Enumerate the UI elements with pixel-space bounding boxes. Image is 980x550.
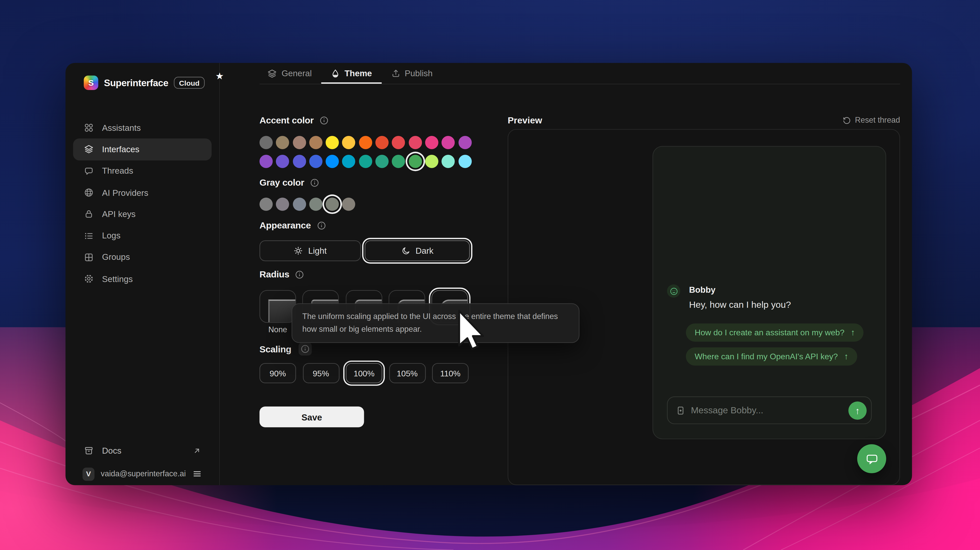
sidebar-item-label: Interfaces: [102, 144, 139, 154]
radius-option-1[interactable]: [259, 290, 296, 323]
accent-swatch-pink[interactable]: [442, 136, 455, 149]
accent-swatch-tomato[interactable]: [375, 136, 389, 149]
archive-icon: [84, 445, 94, 455]
chat-bubble-icon: [865, 452, 878, 465]
upload-icon: [391, 68, 400, 78]
scaling-option-100[interactable]: 100%: [346, 363, 382, 383]
assistant-name: Bobby: [689, 285, 716, 295]
layers-icon: [84, 144, 94, 154]
lock-icon: [84, 209, 94, 219]
tab-label: Publish: [405, 68, 433, 78]
sidebar-item-docs[interactable]: Docs: [73, 440, 212, 461]
suggestion-text: Where can I find my OpenAI's API key?: [695, 351, 838, 361]
attach-file-icon[interactable]: [676, 406, 685, 415]
sidebar-item-logs[interactable]: Logs: [73, 225, 212, 247]
sidebar-item-threads[interactable]: Threads: [73, 160, 212, 182]
sidebar: S Superinterface Cloud ★ AssistantsInter…: [65, 63, 220, 485]
accent-color-label: Accent color: [259, 115, 329, 125]
save-button[interactable]: Save: [259, 406, 364, 427]
message-input-box: ↑: [667, 396, 872, 424]
chat-launcher-button[interactable]: [857, 444, 886, 473]
brand-name: Superinterface: [104, 78, 168, 88]
accent-swatch-amber[interactable]: [342, 136, 355, 149]
menu-icon[interactable]: [192, 469, 202, 479]
moon-icon: [401, 246, 410, 255]
gray-swatch-sage[interactable]: [309, 198, 322, 211]
sidebar-item-interfaces[interactable]: Interfaces: [73, 139, 212, 160]
screen: S Superinterface Cloud ★ AssistantsInter…: [0, 0, 980, 550]
accent-swatch-gray[interactable]: [259, 136, 273, 149]
scaling-option-105[interactable]: 105%: [389, 363, 425, 383]
account-row[interactable]: V vaida@superinterface.ai: [73, 463, 212, 485]
accent-swatch-red[interactable]: [392, 136, 405, 149]
arrow-up-icon: ↑: [844, 351, 848, 361]
sun-icon: [294, 246, 303, 255]
gray-swatch-slate[interactable]: [293, 198, 306, 211]
gear-icon: [84, 274, 94, 284]
appearance-light-button[interactable]: Light: [259, 241, 361, 261]
accent-swatch-iris[interactable]: [293, 155, 306, 168]
accent-swatch-violet[interactable]: [276, 155, 290, 168]
send-button[interactable]: ↑: [848, 401, 867, 420]
sidebar-item-groups[interactable]: Groups: [73, 247, 212, 268]
gray-swatch-olive[interactable]: [326, 198, 339, 211]
logs-icon: [84, 231, 94, 241]
accent-swatch-ruby[interactable]: [409, 136, 422, 149]
tab-publish[interactable]: Publish: [381, 63, 442, 84]
accent-swatch-green[interactable]: [392, 155, 405, 168]
message-input[interactable]: [685, 405, 848, 415]
appearance-option-label: Dark: [415, 246, 433, 255]
info-icon[interactable]: [310, 178, 319, 187]
suggestion-pill-1[interactable]: How do I create an assistant on my web?↑: [686, 323, 864, 342]
accent-swatch-cyan[interactable]: [342, 155, 355, 168]
accent-swatch-lime[interactable]: [425, 155, 438, 168]
reset-thread-button[interactable]: Reset thread: [758, 116, 900, 125]
tab-general[interactable]: General: [258, 63, 321, 84]
accent-swatch-bronze[interactable]: [293, 136, 306, 149]
gray-color-label: Gray color: [259, 178, 320, 187]
info-icon[interactable]: [298, 342, 312, 356]
scaling-option-95[interactable]: 95%: [303, 363, 339, 383]
accent-swatch-orange[interactable]: [359, 136, 372, 149]
suggestion-pill-2[interactable]: Where can I find my OpenAI's API key?↑: [686, 347, 857, 365]
info-icon[interactable]: [295, 269, 304, 279]
grid-icon: [84, 252, 94, 262]
sidebar-item-api-keys[interactable]: API keys: [73, 203, 212, 225]
tab-theme[interactable]: Theme: [321, 63, 382, 84]
sidebar-item-ai-providers[interactable]: AI Providers: [73, 182, 212, 203]
accent-swatch-indigo[interactable]: [309, 155, 322, 168]
gray-swatch-gray[interactable]: [259, 198, 273, 211]
accent-swatch-plum[interactable]: [458, 136, 472, 149]
sidebar-item-label: Threads: [102, 166, 133, 176]
gray-swatch-sand[interactable]: [342, 198, 355, 211]
info-icon[interactable]: [319, 116, 329, 125]
accent-swatch-sky[interactable]: [458, 155, 472, 168]
external-link-icon: [192, 447, 201, 455]
accent-swatch-blue[interactable]: [326, 155, 339, 168]
accent-swatch-teal[interactable]: [359, 155, 372, 168]
accent-swatch-brown[interactable]: [309, 136, 322, 149]
accent-swatch-grass[interactable]: [409, 155, 422, 168]
scaling-options: 90%95%100%105%110%: [259, 363, 469, 383]
sidebar-item-settings[interactable]: Settings: [73, 268, 212, 290]
info-icon[interactable]: [317, 220, 326, 230]
accent-swatch-yellow[interactable]: [326, 136, 339, 149]
accent-swatch-purple[interactable]: [259, 155, 273, 168]
accent-swatch-jade[interactable]: [375, 155, 389, 168]
brand: S Superinterface Cloud ★: [84, 76, 204, 90]
accent-swatch-mint[interactable]: [442, 155, 455, 168]
tab-label: Theme: [345, 68, 372, 78]
appearance-dark-button[interactable]: Dark: [365, 241, 470, 261]
accent-swatch-gold[interactable]: [276, 136, 290, 149]
globe-icon: [84, 188, 94, 198]
accent-swatch-crimson[interactable]: [425, 136, 438, 149]
star-icon: ★: [215, 71, 224, 81]
scaling-option-110[interactable]: 110%: [432, 363, 469, 383]
account-email: vaida@superinterface.ai: [101, 469, 186, 478]
scaling-option-90[interactable]: 90%: [259, 363, 296, 383]
chat-icon: [84, 166, 94, 176]
sidebar-item-label: Assistants: [102, 123, 141, 133]
arrow-up-icon: ↑: [855, 405, 860, 415]
sidebar-item-assistants[interactable]: Assistants: [73, 117, 212, 139]
gray-swatch-mauve[interactable]: [276, 198, 290, 211]
